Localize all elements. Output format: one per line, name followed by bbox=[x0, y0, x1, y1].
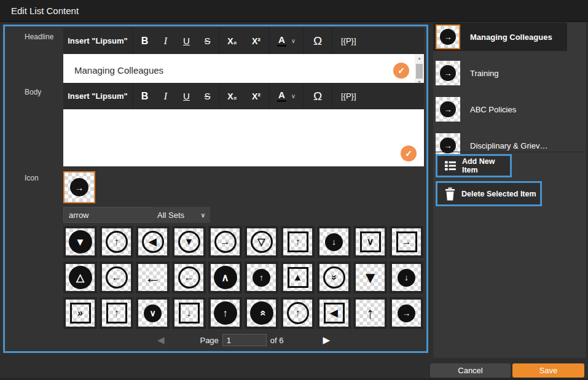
icon-grid-item-arrow-down-circle-solid-2[interactable]: ↓ bbox=[390, 262, 423, 293]
list-item[interactable]: →Training bbox=[433, 59, 567, 87]
icon-grid-item-arrow-right-square[interactable]: → bbox=[390, 226, 423, 258]
font-color-button[interactable]: A ∨ bbox=[270, 28, 303, 54]
transparency-checker: ◀ bbox=[319, 300, 348, 327]
icon-grid-item-arrow-right-ring[interactable]: → bbox=[208, 226, 242, 258]
headline-confirm-icon[interactable]: ✓ bbox=[393, 63, 409, 79]
icon-label: Icon bbox=[25, 174, 39, 182]
arrow-down-circle-solid-icon: ↓ bbox=[325, 233, 343, 251]
insert-lipsum-button[interactable]: Insert "Lipsum" bbox=[68, 83, 128, 109]
page-previous-icon[interactable]: ◀ bbox=[157, 335, 165, 346]
icon-grid-item-arrow-left-ring[interactable]: ← bbox=[100, 262, 133, 293]
transparency-checker: ↑ bbox=[356, 300, 385, 327]
icon-grid-item-arrow-up-plain[interactable]: ↑ bbox=[353, 297, 387, 329]
list-item-label: Managing Colleagues bbox=[470, 33, 552, 42]
page-number-input[interactable] bbox=[222, 334, 267, 346]
list-item[interactable]: →ABC Policies bbox=[433, 95, 567, 123]
arrow-up-plain-icon: ↑ bbox=[366, 305, 374, 321]
icon-grid-item-arrow-up-square-2[interactable]: ↑ bbox=[100, 297, 133, 329]
save-button[interactable]: Save bbox=[512, 363, 584, 378]
placeholder-var-button[interactable]: [{P}] bbox=[332, 83, 356, 109]
double-chevron-down-ring-icon: » bbox=[323, 266, 345, 289]
icon-grid-item-arrow-up-circle-solid[interactable]: ↑ bbox=[245, 262, 278, 293]
special-char-button[interactable]: Ω bbox=[313, 28, 322, 54]
italic-button[interactable]: I bbox=[155, 83, 176, 109]
selected-icon-thumbnail[interactable]: → bbox=[63, 171, 95, 203]
list-item-thumbnail: → bbox=[436, 97, 460, 122]
icon-grid-item-triangle-left-ring[interactable]: ◀ bbox=[136, 226, 170, 258]
transparency-checker: ∨ bbox=[356, 228, 385, 255]
icon-grid-item-arrow-left-ring-small[interactable]: ← bbox=[172, 262, 206, 293]
body-field[interactable]: ✓ bbox=[63, 109, 424, 166]
icon-grid-item-double-chevron-down-ring[interactable]: » bbox=[317, 262, 351, 293]
bold-button[interactable]: B bbox=[135, 83, 155, 109]
icon-grid-item-triangle-down-outline-ring[interactable]: ▽ bbox=[245, 226, 278, 258]
transparency-checker: » bbox=[66, 300, 95, 327]
double-chevron-right-square-icon: » bbox=[70, 303, 91, 324]
superscript-button[interactable]: X² bbox=[245, 28, 269, 54]
triangle-up-square-icon: ▲ bbox=[288, 267, 308, 288]
transparency-checker: ↓ bbox=[392, 264, 421, 291]
superscript-button[interactable]: X² bbox=[245, 83, 269, 109]
headline-label: Headline bbox=[25, 33, 53, 41]
headline-field[interactable]: Managing Colleagues ✓ ▲ ▼ bbox=[63, 54, 424, 87]
triangle-up-outline-circle-solid-large-icon: △ bbox=[69, 266, 92, 289]
underline-button[interactable]: U bbox=[176, 83, 197, 109]
list-item-label: ABC Policies bbox=[470, 105, 516, 114]
icon-grid-item-triangle-up-square[interactable]: ▲ bbox=[281, 262, 315, 293]
list-item-thumbnail: → bbox=[436, 61, 460, 85]
transparency-checker: » bbox=[319, 264, 348, 291]
icon-grid-item-arrow-up-square[interactable]: ↑ bbox=[281, 226, 315, 258]
transparency-checker: ▲ bbox=[283, 264, 312, 291]
list-item[interactable]: →Managing Colleagues bbox=[433, 23, 567, 51]
chevron-down-icon: ∨ bbox=[201, 212, 205, 219]
strikethrough-button[interactable]: S bbox=[197, 28, 218, 54]
icon-grid-item-chevron-up-circle-solid-large[interactable]: ∧ bbox=[208, 262, 242, 293]
icon-grid-item-triangle-up-outline-circle-solid-large[interactable]: △ bbox=[63, 262, 97, 293]
scrollbar-thumb[interactable] bbox=[416, 64, 423, 79]
icon-grid-item-chevron-down-square[interactable]: ∨ bbox=[353, 226, 387, 258]
underline-button[interactable]: U bbox=[176, 28, 197, 54]
arrow-up-square-2-icon: ↑ bbox=[106, 303, 127, 324]
transparency-checker: △ bbox=[66, 264, 95, 291]
transparency-checker: ↑ bbox=[211, 300, 240, 327]
font-color-button[interactable]: A ∨ bbox=[270, 83, 303, 109]
arrow-right-square-icon: → bbox=[396, 231, 417, 252]
body-toolbar: Insert "Lipsum" B I U S X₂ X² A ∨ Ω [{P}… bbox=[63, 83, 424, 109]
page-next-icon[interactable]: ▶ bbox=[323, 335, 331, 346]
scroll-up-icon[interactable]: ▲ bbox=[417, 54, 421, 61]
body-confirm-icon[interactable]: ✓ bbox=[401, 145, 417, 161]
icon-grid-item-arrow-up-ring-2[interactable]: ↑ bbox=[281, 297, 315, 329]
transparency-checker: ∧ bbox=[211, 264, 240, 291]
cancel-button[interactable]: Cancel bbox=[430, 363, 511, 378]
icon-grid-item-triangle-down-ring[interactable]: ▼ bbox=[172, 226, 206, 258]
bold-button[interactable]: B bbox=[135, 28, 155, 54]
icon-grid-item-triangle-left-square[interactable]: ◀ bbox=[317, 297, 351, 329]
icon-grid-item-arrow-up-ring[interactable]: ↑ bbox=[100, 226, 133, 258]
delete-selected-item-button[interactable]: Delete Selected Item bbox=[436, 181, 542, 206]
subscript-button[interactable]: X₂ bbox=[221, 83, 245, 109]
edit-content-panel: Headline Insert "Lipsum" B I U S X₂ X² A… bbox=[3, 25, 428, 353]
icon-grid-item-arrow-left-plain[interactable]: ← bbox=[136, 262, 170, 293]
arrow-up-ring-icon: ↑ bbox=[106, 231, 128, 253]
headline-scrollbar[interactable]: ▲ ▼ bbox=[415, 54, 424, 87]
insert-lipsum-button[interactable]: Insert "Lipsum" bbox=[68, 28, 128, 54]
icon-grid-item-arrow-up-circle-solid-large[interactable]: ↑ bbox=[208, 297, 242, 329]
trash-icon bbox=[445, 187, 455, 201]
icon-grid-item-arrow-down-circle-solid[interactable]: ↓ bbox=[317, 226, 351, 258]
italic-button[interactable]: I bbox=[155, 28, 176, 54]
special-char-button[interactable]: Ω bbox=[313, 83, 322, 109]
subscript-button[interactable]: X₂ bbox=[221, 28, 245, 54]
icon-grid-item-chevron-down-circle-solid[interactable]: ∨ bbox=[136, 297, 170, 329]
icon-grid-item-double-chevron-right-square[interactable]: » bbox=[63, 297, 97, 329]
icon-grid-item-double-chevron-up-circle-solid-large[interactable]: » bbox=[245, 297, 278, 329]
icon-grid-item-arrow-down-square[interactable]: ↓ bbox=[172, 297, 206, 329]
strikethrough-button[interactable]: S bbox=[197, 83, 218, 109]
arrow-down-square-icon: ↓ bbox=[179, 303, 200, 324]
icon-grid-item-arrowhead-down-plain[interactable]: ▼ bbox=[353, 262, 387, 293]
placeholder-var-button[interactable]: [{P}] bbox=[332, 28, 356, 54]
icon-set-dropdown[interactable]: All Sets ∨ bbox=[152, 207, 210, 223]
icon-grid-item-triangle-down-circle-solid-large[interactable]: ▼ bbox=[63, 226, 97, 258]
add-new-item-button[interactable]: Add New Item bbox=[436, 154, 512, 177]
triangle-left-ring-icon: ◀ bbox=[142, 231, 164, 253]
icon-grid-item-arrow-right-circle-solid[interactable]: → bbox=[390, 297, 423, 329]
